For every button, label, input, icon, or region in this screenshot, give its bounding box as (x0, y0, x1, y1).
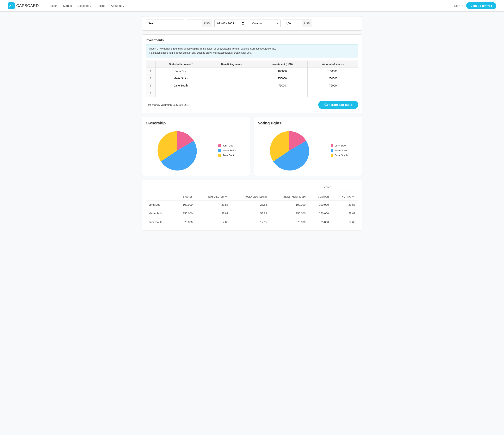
data-name-0: John Doe (146, 200, 174, 209)
main-content: USD Common Preferred USD Investments Imp… (136, 12, 368, 235)
round-form: USD Common Preferred USD (142, 16, 362, 31)
nav-pricing[interactable]: Pricing (97, 4, 105, 7)
stakeholder-input-3[interactable] (159, 91, 203, 95)
row-investment-3[interactable] (257, 89, 308, 97)
row-shares-3[interactable] (308, 89, 358, 97)
data-notdiluted-0: 23.53 (196, 200, 231, 209)
date-input[interactable] (215, 19, 247, 27)
table-row: 1 (146, 68, 358, 75)
data-voting-1: 58.82 (332, 209, 358, 218)
voting-label-janesouth: Jane South (335, 154, 348, 157)
row-investment-1[interactable] (257, 75, 308, 82)
logo-text: CAPBOARD (16, 3, 39, 8)
nav-login[interactable]: Login (50, 4, 58, 7)
col-investment-header: INVESTMENT (USD) (270, 193, 309, 200)
beneficiary-input-0[interactable] (209, 70, 254, 73)
logo-svg (9, 4, 13, 8)
investments-section: Investments Import a new funding round b… (142, 35, 362, 113)
stakeholder-input-0[interactable] (159, 70, 203, 73)
data-shares-1: 250.000 (174, 209, 196, 218)
voting-svg (268, 129, 311, 172)
data-tbody: John Doe 100.000 23.53 23.53 100.000 100… (146, 200, 358, 226)
nav-solutions[interactable]: Solutions (78, 4, 91, 7)
data-investment-0: 100.000 (270, 200, 309, 209)
price-input[interactable] (283, 19, 302, 27)
row-investment-0[interactable] (257, 68, 308, 75)
data-voting-2: 17.65 (332, 218, 358, 226)
voting-chart-area: John Doe Marie Smith Jane South (258, 129, 358, 172)
beneficiary-input-3[interactable] (209, 91, 254, 95)
logo[interactable]: CAPBOARD (8, 2, 39, 9)
row-beneficiary-0[interactable] (206, 68, 257, 75)
investment-input-3[interactable] (260, 91, 305, 95)
investment-input-1[interactable] (260, 77, 305, 80)
voting-card: Voting rights John Doe Marie Smith (254, 117, 362, 176)
navbar: CAPBOARD Login Signup Solutions Pricing … (0, 0, 504, 12)
shares-input-2[interactable] (311, 84, 355, 87)
row-shares-1[interactable] (308, 75, 358, 82)
col-investment: Investment (USD) (257, 61, 308, 68)
voting-dot-johndoe (331, 144, 333, 147)
info-line1: Import a new funding round by directly t… (149, 47, 355, 51)
data-voting-0: 23.53 (332, 200, 358, 209)
col-voting-header: VOTING (%) (332, 193, 358, 200)
data-row: Marie Smith 250.000 58.82 58.82 250.000 … (146, 209, 358, 218)
data-shares-2: 75.000 (174, 218, 196, 226)
row-num-2: 3 (146, 82, 155, 89)
post-money: Post-money valuation: 425.001 USD (146, 103, 189, 106)
legend-label-johndoe: John Doe (223, 144, 234, 147)
col-name-header (146, 193, 174, 200)
stakeholder-input-1[interactable] (159, 77, 203, 80)
row-shares-0[interactable] (308, 68, 358, 75)
nav-about[interactable]: About us (111, 4, 124, 7)
row-beneficiary-3[interactable] (206, 89, 257, 97)
investment-input-2[interactable] (260, 84, 305, 87)
beneficiary-input-1[interactable] (209, 77, 254, 80)
shares-input[interactable] (187, 19, 202, 27)
investments-table-head: Stakeholder name * Beneficiary name Inve… (146, 61, 358, 68)
shares-input-0[interactable] (311, 70, 355, 73)
investments-table: Stakeholder name * Beneficiary name Inve… (146, 61, 358, 97)
data-table-head: SHARES NOT DILUTED (%) FULLY DILUTED (%)… (146, 193, 358, 200)
col-common-header: COMMON (309, 193, 332, 200)
search-input[interactable] (320, 184, 358, 191)
row-investment-2[interactable] (257, 82, 308, 89)
ownership-chart-area: John Doe Marie Smith Jane South (146, 129, 246, 172)
voting-dot-janesouth (331, 154, 333, 157)
stakeholder-input-2[interactable] (159, 84, 203, 87)
voting-title: Voting rights (258, 121, 358, 125)
nav-signup[interactable]: Signup (63, 4, 72, 7)
shares-input-3[interactable] (311, 91, 355, 95)
ownership-svg (156, 129, 198, 172)
data-fullydiluted-1: 58.82 (231, 209, 270, 218)
row-stakeholder-0[interactable] (155, 68, 206, 75)
table-footer: Post-money valuation: 425.001 USD Genera… (146, 101, 358, 109)
col-shares-header: SHARES (174, 193, 196, 200)
row-beneficiary-2[interactable] (206, 82, 257, 89)
shares-input-1[interactable] (311, 77, 355, 80)
generate-button[interactable]: Generate cap table (318, 101, 358, 109)
nav-links: Login Signup Solutions Pricing About us (50, 4, 454, 7)
row-stakeholder-3[interactable] (155, 89, 206, 97)
signup-button[interactable]: Sign up for free (466, 2, 496, 9)
row-stakeholder-1[interactable] (155, 75, 206, 82)
legend-label-janesouth: Jane South (223, 154, 235, 157)
data-notdiluted-1: 58.82 (196, 209, 231, 218)
price-input-group: USD (283, 19, 312, 27)
investments-header-row: Stakeholder name * Beneficiary name Inve… (146, 61, 358, 68)
voting-legend-janesouth: Jane South (331, 154, 348, 157)
beneficiary-input-2[interactable] (209, 84, 254, 87)
data-name-2: Jane South (146, 218, 174, 226)
row-num-0: 1 (146, 68, 155, 75)
col-beneficiary: Beneficiary name (206, 61, 257, 68)
signin-button[interactable]: Sign in (454, 4, 463, 7)
row-beneficiary-1[interactable] (206, 75, 257, 82)
row-stakeholder-2[interactable] (155, 82, 206, 89)
share-type-select[interactable]: Common Preferred (250, 19, 281, 27)
round-name-input[interactable] (146, 19, 184, 27)
row-shares-2[interactable] (308, 82, 358, 89)
investment-input-0[interactable] (260, 70, 305, 73)
data-investment-2: 75.000 (270, 218, 309, 226)
ownership-legend-mariesmith: Marie Smith (218, 149, 236, 152)
ownership-card: Ownership John Doe (142, 117, 250, 176)
